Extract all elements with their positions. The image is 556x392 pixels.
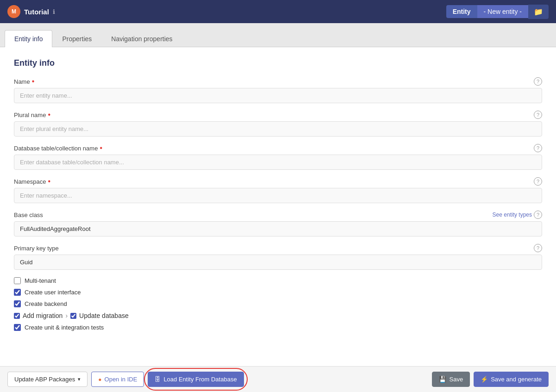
update-database-label[interactable]: Update database (79, 312, 129, 319)
new-entity-badge: - New entity - (477, 5, 528, 18)
save-label: Save (449, 376, 463, 383)
base-class-label: Base class (14, 212, 43, 218)
load-db-button[interactable]: 🗄 Load Entity From Database (148, 372, 244, 387)
plural-name-input[interactable] (14, 121, 542, 137)
add-migration-label[interactable]: Add migration (23, 312, 62, 319)
open-ide-button[interactable]: ● Open in IDE (91, 372, 144, 387)
tabbar: Entity info Properties Navigation proper… (0, 23, 556, 47)
primary-key-label: Primary key type ? (14, 244, 542, 252)
bottom-left: Update ABP Packages ▾ ● Open in IDE 🗄 Lo… (7, 372, 244, 387)
base-class-help-icon[interactable]: ? (534, 211, 542, 219)
create-ui-label[interactable]: Create user interface (25, 289, 81, 296)
create-backend-group: Create backend (14, 300, 542, 307)
primary-key-help-icon[interactable]: ? (534, 244, 542, 252)
migration-row: Add migration › Update database (14, 312, 542, 319)
bottom-right: 💾 Save ⚡ Save and generate (432, 372, 549, 387)
tab-properties[interactable]: Properties (52, 30, 101, 47)
name-input[interactable] (14, 88, 542, 103)
see-entity-types: See entity types ? (493, 211, 542, 219)
load-db-wrapper: 🗄 Load Entity From Database (148, 372, 244, 387)
create-ui-checkbox[interactable] (14, 289, 21, 296)
primary-key-input[interactable] (14, 255, 542, 270)
multi-tenant-label[interactable]: Multi-tenant (25, 277, 56, 284)
save-generate-button[interactable]: ⚡ Save and generate (474, 372, 549, 387)
update-database-checkbox[interactable] (70, 313, 76, 319)
db-table-input[interactable] (14, 155, 542, 170)
create-tests-label[interactable]: Create unit & integration tests (25, 324, 104, 331)
info-icon[interactable]: ℹ (53, 8, 55, 15)
migration-arrow: › (65, 312, 68, 319)
create-backend-label[interactable]: Create backend (25, 300, 67, 307)
open-ide-icon: ● (98, 376, 101, 383)
main-content: Entity info Name • ? Plural name • ? Dat… (0, 47, 556, 366)
folder-button[interactable]: 📁 (528, 5, 549, 19)
entity-badge: Entity (446, 5, 477, 18)
name-label: Name • ? (14, 77, 542, 86)
tab-entity-info[interactable]: Entity info (5, 30, 52, 47)
save-button[interactable]: 💾 Save (432, 372, 470, 387)
app-logo: M (7, 5, 20, 18)
primary-key-field-group: Primary key type ? (14, 244, 542, 270)
plural-name-field-group: Plural name • ? (14, 111, 542, 137)
create-tests-checkbox[interactable] (14, 324, 21, 331)
name-help-icon[interactable]: ? (534, 77, 542, 86)
base-class-label-row: Base class See entity types ? (14, 211, 542, 219)
plural-name-help-icon[interactable]: ? (534, 111, 542, 119)
load-db-icon: 🗄 (155, 376, 161, 383)
section-title: Entity info (14, 58, 542, 68)
open-ide-label: Open in IDE (105, 376, 137, 383)
namespace-label: Namespace • ? (14, 177, 542, 186)
multi-tenant-checkbox[interactable] (14, 277, 21, 284)
load-db-label: Load Entity From Database (163, 376, 237, 383)
save-gen-label: Save and generate (491, 376, 542, 383)
topbar-right: Entity - New entity - 📁 (446, 5, 549, 19)
update-abp-arrow: ▾ (78, 376, 81, 382)
update-abp-label: Update ABP Packages (14, 376, 75, 383)
save-icon: 💾 (439, 376, 446, 383)
topbar: M Tutorial ℹ Entity - New entity - 📁 (0, 0, 556, 23)
db-table-field-group: Database table/collection name • ? (14, 144, 542, 170)
db-table-required: • (100, 144, 102, 152)
plural-name-label: Plural name • ? (14, 111, 542, 119)
namespace-required: • (48, 178, 50, 185)
create-tests-group: Create unit & integration tests (14, 324, 542, 331)
namespace-field-group: Namespace • ? (14, 177, 542, 203)
plural-name-required: • (48, 111, 50, 118)
app-title: Tutorial (24, 8, 49, 16)
base-class-field-group: Base class See entity types ? (14, 211, 542, 236)
create-ui-group: Create user interface (14, 289, 542, 296)
namespace-input[interactable] (14, 188, 542, 203)
update-abp-button[interactable]: Update ABP Packages ▾ (7, 372, 87, 387)
name-field-group: Name • ? (14, 77, 542, 103)
topbar-left: M Tutorial ℹ (7, 5, 55, 18)
base-class-input[interactable] (14, 221, 542, 236)
tab-navigation-properties[interactable]: Navigation properties (101, 30, 182, 47)
create-backend-checkbox[interactable] (14, 300, 21, 307)
name-required: • (32, 78, 35, 85)
db-table-help-icon[interactable]: ? (534, 144, 542, 152)
see-entity-types-link[interactable]: See entity types (493, 212, 532, 218)
multi-tenant-group: Multi-tenant (14, 277, 542, 284)
add-migration-checkbox[interactable] (14, 313, 20, 319)
namespace-help-icon[interactable]: ? (534, 177, 542, 186)
bottombar: Update ABP Packages ▾ ● Open in IDE 🗄 Lo… (0, 366, 556, 392)
db-table-label: Database table/collection name • ? (14, 144, 542, 152)
lightning-icon: ⚡ (481, 376, 488, 383)
